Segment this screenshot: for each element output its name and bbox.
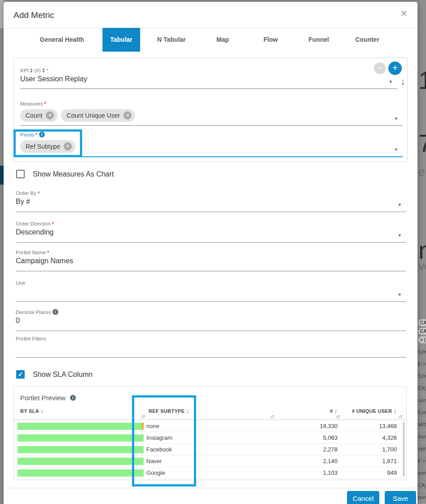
column-header-by-sla[interactable]: BY SLA ▲▼ (20, 408, 44, 414)
decimal-places-input[interactable]: Decimal Places i 0 (16, 309, 406, 331)
unit-value (16, 287, 406, 297)
preview-table-header: BY SLA ▲▼ REF SUBTYPE ▲▼ # ▲▼ # UNIQUE U… (14, 405, 406, 420)
kpi-label: KPI ▲▼ (#) ▲▼ * (20, 68, 397, 73)
kpi-select[interactable]: KPI ▲▼ (#) ▲▼ * User Session Replay ▼ (20, 68, 397, 89)
order-by-select[interactable]: Order By* By # ▼ (16, 190, 406, 212)
modal-title: Add Metric (13, 10, 54, 20)
measure-chip[interactable]: Count ✕ (20, 109, 57, 122)
unit-label: Unit (16, 280, 406, 286)
background-list-fragment: Conv (418, 407, 426, 419)
background-list-fragment: raff (418, 443, 426, 455)
order-direction-value: Descending (16, 228, 406, 238)
ref-subtype-column-highlight-box (132, 395, 196, 486)
background-text-fragment: e (418, 165, 425, 179)
save-button[interactable]: Save (385, 491, 416, 504)
chevron-down-icon[interactable]: ▼ (398, 233, 402, 238)
count-cell: 1,103 (323, 469, 338, 476)
order-by-label: Order By* (16, 190, 406, 196)
measures-chips: Count ✕ Count Unique User ✕ (20, 109, 403, 122)
column-resize-handle-icon[interactable] (336, 415, 341, 419)
measures-select[interactable]: Measures* Count ✕ Count Unique User ✕ ▼ (20, 101, 403, 126)
sla-bar (18, 446, 144, 453)
decimal-places-label: Decimal Places i (16, 309, 406, 315)
tab-n-tabular[interactable]: N Tabular (157, 28, 186, 52)
decimal-places-value: 0 (16, 317, 406, 327)
column-header-unique-user[interactable]: # UNIQUE USER ▲▼ (352, 408, 397, 414)
sla-bar (18, 458, 144, 465)
bg-right-list: ConvF >ConvCA_noneConvMO_noneraffF >none… (418, 346, 426, 504)
dimmed-background-right: 1 7 e n vo CA CA > ( ConvF >ConvCA_noneC… (417, 0, 426, 504)
portlet-filters-value (16, 343, 406, 353)
scrollbar-thumb[interactable] (403, 422, 405, 477)
show-measures-as-chart-checkbox[interactable]: Show Measures As Chart (16, 170, 114, 178)
checkbox-unchecked-icon[interactable] (16, 170, 25, 178)
remove-chip-icon[interactable]: ✕ (123, 111, 132, 119)
chip-label: Count Unique User (66, 112, 120, 119)
order-by-value: By # (16, 198, 406, 208)
table-row: Instagram 5,063 4,326 (14, 432, 406, 444)
count-cell: 5,063 (323, 434, 338, 441)
background-list-fragment: F > (418, 455, 426, 467)
background-chip: CA (418, 319, 426, 327)
tab-tabular[interactable]: Tabular (102, 28, 140, 52)
background-list-fragment: none (418, 467, 426, 479)
divider (4, 488, 417, 488)
background-number-fragment: 7 (418, 128, 426, 158)
unique-user-cell: 1,700 (382, 446, 397, 453)
sort-updown-icon: ▲▼ (42, 68, 45, 73)
column-header-count[interactable]: # ▲▼ (330, 408, 338, 414)
order-direction-select[interactable]: Order Direction* Descending ▼ (16, 221, 406, 243)
portlet-name-input[interactable]: Portlet Name* Campaign Names (16, 250, 406, 271)
chevron-down-icon[interactable]: ▼ (398, 203, 402, 207)
close-icon[interactable]: ✕ (400, 9, 408, 18)
unique-user-cell: 1,871 (382, 458, 397, 464)
tab-map[interactable]: Map (216, 28, 229, 52)
show-sla-column-checkbox[interactable]: ✓ Show SLA Column (16, 370, 92, 379)
info-icon[interactable]: i (53, 309, 58, 315)
background-list-fragment: none (418, 491, 426, 504)
remove-chip-icon[interactable]: ✕ (46, 111, 54, 119)
sort-desc-icon[interactable]: ▲▼ (334, 409, 338, 414)
portlet-name-value: Campaign Names (16, 257, 406, 267)
tab-funnel[interactable]: Funnel (308, 28, 329, 52)
portlet-name-label: Portlet Name* (16, 250, 406, 255)
checkbox-label: Show SLA Column (33, 371, 92, 379)
tab-counter[interactable]: Counter (355, 28, 379, 52)
count-cell: 2,278 (323, 446, 338, 453)
chevron-down-icon[interactable]: ▼ (394, 116, 398, 121)
background-list-fragment: Conv (418, 346, 426, 358)
background-chip: CA (418, 327, 426, 335)
background-list-fragment: F > (418, 358, 426, 370)
sla-bar (18, 423, 144, 430)
tab-flow[interactable]: Flow (264, 28, 278, 52)
background-list-fragment: CA_ (418, 382, 426, 394)
chip-label: Count (26, 112, 42, 119)
chevron-down-icon[interactable]: ▼ (394, 147, 398, 152)
table-row: Naver 2,140 1,871 (14, 455, 406, 467)
chevron-down-icon[interactable]: ▼ (398, 292, 402, 297)
background-list-fragment: none (418, 431, 426, 443)
column-resize-handle-icon[interactable] (270, 415, 276, 419)
background-list-fragment: MO_ (418, 419, 426, 431)
portlet-preview: Portlet Preview i BY SLA ▲▼ REF SUBTYPE … (13, 386, 407, 480)
background-sidebar-accent (0, 166, 4, 185)
chevron-down-icon[interactable]: ▼ (389, 80, 393, 84)
column-resize-handle-icon[interactable] (398, 415, 404, 419)
portlet-filters-label: Portlet Filters (16, 336, 406, 341)
sort-icon[interactable]: ▲▼ (40, 409, 44, 414)
cancel-button[interactable]: Cancel (347, 491, 379, 504)
background-text-fragment: vo (418, 260, 426, 274)
portlet-filters-input[interactable]: Portlet Filters (16, 336, 406, 358)
measure-chip[interactable]: Count Unique User ✕ (61, 109, 135, 122)
add-metric-modal: Add Metric ✕ General Health Tabular N Ta… (4, 2, 417, 504)
kpi-value: User Session Replay (20, 75, 397, 85)
kpi-reorder-spinner-icon[interactable]: ▲▼ (401, 79, 405, 86)
unit-select[interactable]: Unit ▼ (16, 280, 406, 302)
tab-general-health[interactable]: General Health (40, 28, 84, 52)
sort-icon[interactable]: ▲▼ (394, 409, 397, 414)
info-icon[interactable]: i (70, 395, 76, 401)
checkbox-label: Show Measures As Chart (33, 170, 114, 178)
background-list-fragment: none (418, 394, 426, 407)
checkbox-checked-icon[interactable]: ✓ (16, 370, 25, 379)
count-cell: 2,140 (323, 458, 338, 464)
